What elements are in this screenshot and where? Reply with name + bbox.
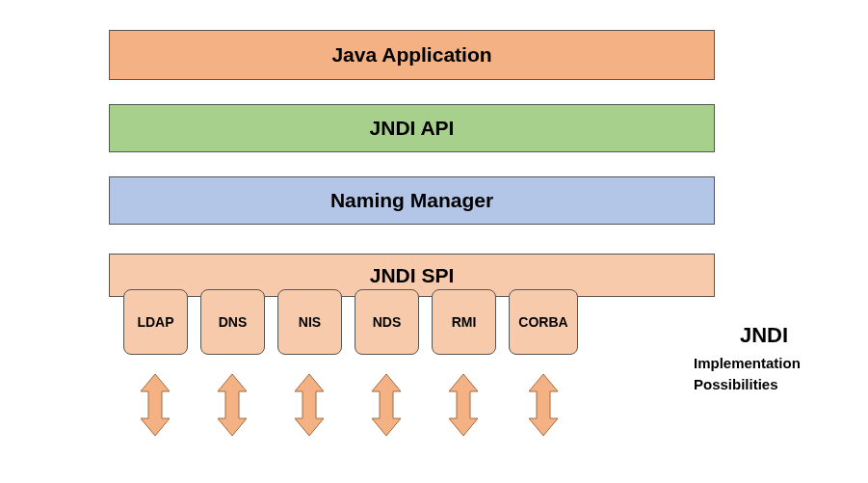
layer-jndi-api-label: JNDI API (370, 117, 455, 140)
sidebar-line2: Possibilities (694, 376, 778, 392)
layer-java-application: Java Application (109, 30, 715, 80)
double-arrow-icon (295, 374, 324, 436)
svg-marker-0 (141, 374, 170, 436)
provider-dns: DNS (200, 289, 265, 355)
sidebar-line2-label: Possibilities (694, 376, 778, 392)
sidebar-line1-label: Implementation (694, 355, 801, 371)
svg-marker-4 (449, 374, 478, 436)
layer-jndi-spi-label: JNDI SPI (370, 264, 455, 287)
sidebar-title: JNDI (740, 323, 788, 348)
provider-ldap: LDAP (123, 289, 188, 355)
provider-nds-label: NDS (373, 314, 402, 330)
svg-marker-3 (372, 374, 401, 436)
svg-marker-5 (529, 374, 558, 436)
svg-marker-1 (218, 374, 247, 436)
double-arrow-icon (218, 374, 247, 436)
provider-corba-label: CORBA (518, 314, 567, 330)
double-arrow-icon (529, 374, 558, 436)
double-arrow-icon (372, 374, 401, 436)
provider-ldap-label: LDAP (137, 314, 173, 330)
provider-dns-label: DNS (219, 314, 248, 330)
layer-naming-manager-label: Naming Manager (330, 189, 493, 212)
sidebar-title-label: JNDI (740, 323, 788, 347)
provider-nds: NDS (355, 289, 419, 355)
provider-nis: NIS (277, 289, 342, 355)
layer-jndi-api: JNDI API (109, 104, 715, 152)
sidebar-line1: Implementation (694, 355, 801, 371)
layer-naming-manager: Naming Manager (109, 176, 715, 225)
provider-nis-label: NIS (299, 314, 321, 330)
double-arrow-icon (141, 374, 170, 436)
provider-corba: CORBA (509, 289, 578, 355)
provider-rmi: RMI (432, 289, 496, 355)
provider-rmi-label: RMI (452, 314, 477, 330)
double-arrow-icon (449, 374, 478, 436)
svg-marker-2 (295, 374, 324, 436)
layer-java-application-label: Java Application (331, 43, 491, 67)
